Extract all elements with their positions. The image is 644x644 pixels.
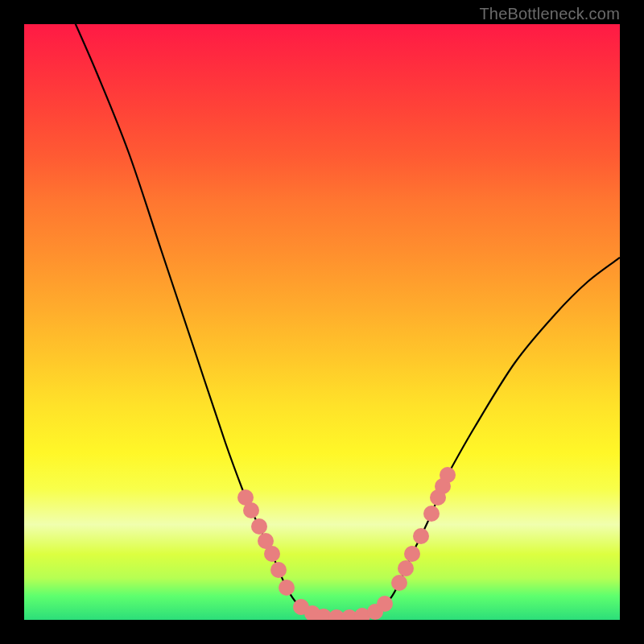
curve-marker	[243, 502, 259, 518]
markers-group	[237, 467, 456, 620]
curve-marker	[279, 580, 295, 596]
plot-area	[24, 24, 620, 620]
bottleneck-curve	[68, 24, 620, 617]
watermark-label: TheBottleneck.com	[479, 5, 620, 23]
chart-frame: TheBottleneck.com	[0, 0, 644, 644]
curve-marker	[404, 546, 420, 562]
curve-svg	[24, 24, 620, 620]
curve-marker	[440, 467, 456, 483]
curve-marker	[270, 562, 287, 578]
curve-marker	[251, 518, 267, 535]
curve-marker	[398, 560, 414, 576]
curve-marker	[413, 528, 429, 544]
curve-marker	[264, 546, 280, 562]
curve-marker	[377, 596, 393, 612]
curve-marker	[391, 575, 407, 591]
curve-marker	[423, 506, 440, 522]
